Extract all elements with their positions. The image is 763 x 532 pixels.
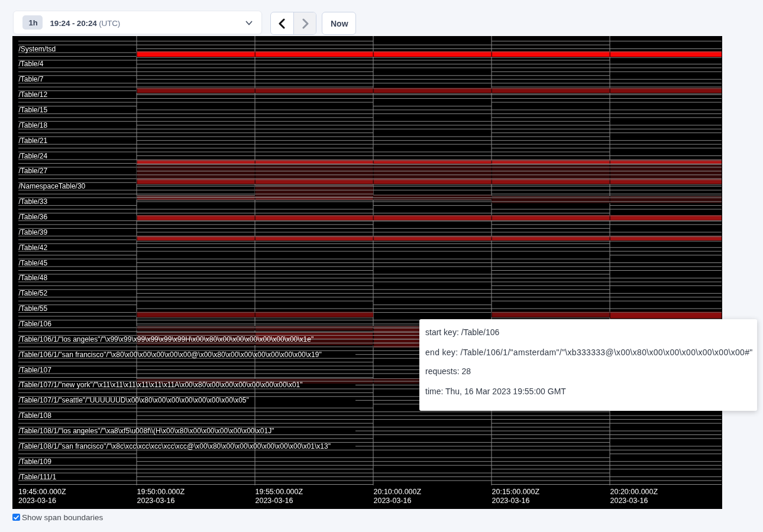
svg-text:/Table/106/1/"los angeles"/"\x: /Table/106/1/"los angeles"/"\x99\x99\x99… [19,335,314,343]
svg-text:/Table/111/1: /Table/111/1 [19,473,57,481]
svg-text:/Table/108/1/"los angeles"/"\x: /Table/108/1/"los angeles"/"\xa8\xf5\u00… [19,427,274,435]
svg-text:/Table/106: /Table/106 [19,320,52,328]
svg-text:2023-03-16: 2023-03-16 [492,497,530,505]
svg-text:/Table/7: /Table/7 [19,75,44,83]
svg-text:Show span boundaries: Show span boundaries [22,513,104,522]
svg-text:/Table/52: /Table/52 [19,289,48,297]
svg-text:19:24 - 20:24 (UTC): 19:24 - 20:24 (UTC) [50,19,121,28]
svg-text:/Table/39: /Table/39 [19,228,48,236]
svg-text:19:55:00.000Z: 19:55:00.000Z [256,488,303,496]
svg-text:/Table/4: /Table/4 [19,60,44,68]
svg-text:/Table/108: /Table/108 [19,411,52,420]
svg-text:1h: 1h [29,18,38,27]
svg-text:start key: /Table/106: start key: /Table/106 [425,327,500,337]
svg-text:/Table/45: /Table/45 [19,259,48,267]
svg-text:2023-03-16: 2023-03-16 [137,497,175,505]
svg-text:/Table/12: /Table/12 [19,90,48,99]
svg-text:/Table/42: /Table/42 [19,244,48,252]
svg-text:/Table/107/1/"seattle"/"UUUUUU: /Table/107/1/"seattle"/"UUUUUUD\x00\x80\… [19,396,249,404]
svg-text:20:10:00.000Z: 20:10:00.000Z [374,488,422,496]
svg-text:end key: /Table/106/1/"amsterd: end key: /Table/106/1/"amsterdam"/"\xb33… [425,348,753,357]
svg-text:2023-03-16: 2023-03-16 [18,497,56,505]
svg-text:/Table/33: /Table/33 [19,197,48,206]
svg-text:/Table/15: /Table/15 [19,106,48,114]
svg-text:/System/tsd: /System/tsd [19,45,56,53]
svg-text:/Table/36: /Table/36 [19,213,48,221]
svg-text:Now: Now [331,19,348,28]
svg-text:19:50:00.000Z: 19:50:00.000Z [137,488,185,496]
svg-text:2023-03-16: 2023-03-16 [610,497,648,505]
svg-text:time: Thu, 16 Mar 2023 19:55:0: time: Thu, 16 Mar 2023 19:55:00 GMT [425,387,566,396]
svg-text:/Table/18: /Table/18 [19,121,48,129]
svg-text:/Table/107/1/"new york"/"\x11\: /Table/107/1/"new york"/"\x11\x11\x11\x1… [19,381,303,389]
svg-text:requests: 28: requests: 28 [425,366,471,376]
svg-text:/NamespaceTable/30: /NamespaceTable/30 [19,182,86,190]
svg-text:20:15:00.000Z: 20:15:00.000Z [492,488,540,496]
svg-text:20:20:00.000Z: 20:20:00.000Z [610,488,658,496]
svg-text:/Table/107: /Table/107 [19,366,52,374]
svg-text:/Table/108/1/"san francisco"/": /Table/108/1/"san francisco"/"\x8c\xcc\x… [19,442,331,450]
svg-text:/Table/21: /Table/21 [19,137,48,145]
svg-text:/Table/48: /Table/48 [19,274,48,282]
svg-text:/Table/55: /Table/55 [19,304,48,313]
svg-text:19:45:00.000Z: 19:45:00.000Z [18,488,66,496]
svg-text:/Table/24: /Table/24 [19,152,48,160]
svg-text:2023-03-16: 2023-03-16 [256,497,293,505]
svg-text:2023-03-16: 2023-03-16 [374,497,412,505]
svg-text:/Table/109: /Table/109 [19,458,52,466]
svg-text:/Table/106/1/"san francisco"/": /Table/106/1/"san francisco"/"\x80\x00\x… [19,351,322,359]
svg-text:/Table/27: /Table/27 [19,167,48,175]
